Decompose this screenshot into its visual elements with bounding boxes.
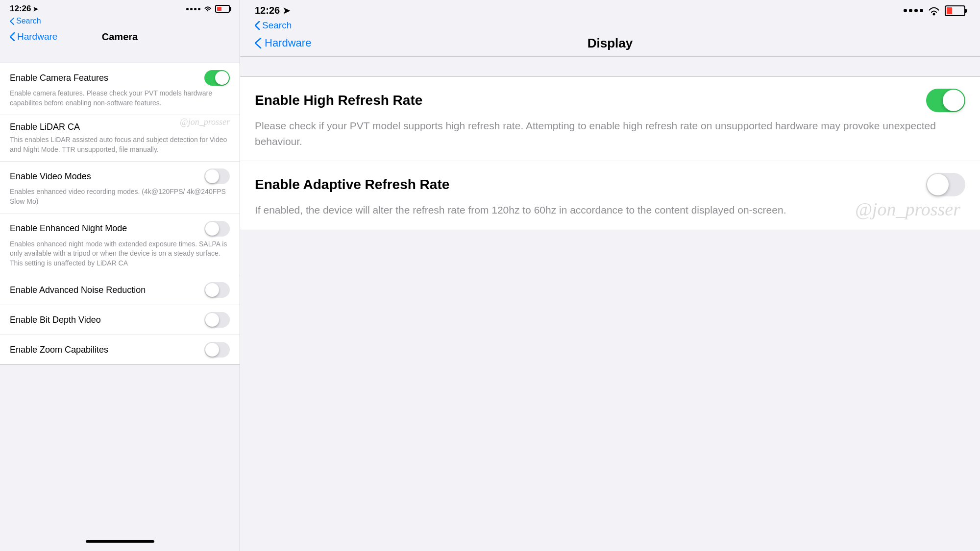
right-battery-icon bbox=[945, 5, 965, 16]
left-settings-scroll[interactable]: Enable Camera Features Enable camera fea… bbox=[0, 47, 240, 535]
right-hardware-back[interactable]: Hardware bbox=[255, 37, 311, 49]
toggle-enable-adaptive-refresh-rate[interactable] bbox=[926, 173, 965, 196]
setting-desc-enable-high-refresh-rate: Please check if your PVT model supports … bbox=[255, 118, 965, 149]
right-nav-chevron-left-icon bbox=[255, 38, 262, 48]
setting-desc-enable-enhanced-night-mode: Enables enhanced night mode with extende… bbox=[10, 240, 230, 268]
right-bottom-separator bbox=[240, 230, 980, 250]
right-time-text: 12:26 bbox=[255, 5, 280, 16]
right-status-icons bbox=[904, 5, 965, 16]
setting-row-enable-enhanced-night-mode: Enable Enhanced Night Mode Enables enhan… bbox=[0, 214, 240, 276]
setting-label-enable-video-modes: Enable Video Modes bbox=[10, 171, 91, 182]
left-settings-group: Enable Camera Features Enable camera fea… bbox=[0, 63, 240, 365]
setting-desc-enable-camera-features: Enable camera features. Please check you… bbox=[10, 89, 230, 108]
toggle-enable-video-modes[interactable] bbox=[204, 168, 230, 184]
toggle-enable-zoom-capabilities[interactable] bbox=[204, 342, 230, 358]
right-nav-back-label: Hardware bbox=[265, 37, 311, 49]
left-back-label: Search bbox=[16, 17, 41, 25]
home-bar bbox=[86, 540, 154, 543]
right-settings-group: Enable High Refresh Rate Please check if… bbox=[240, 76, 980, 230]
right-page-title: Display bbox=[588, 36, 633, 51]
toggle-enable-camera-features[interactable] bbox=[204, 70, 230, 86]
right-chevron-left-icon bbox=[255, 21, 260, 30]
wifi-icon bbox=[203, 5, 212, 12]
battery-icon bbox=[215, 5, 230, 13]
setting-row-enable-adaptive-refresh-rate: Enable Adaptive Refresh Rate If enabled,… bbox=[240, 161, 980, 230]
bottom-separator bbox=[0, 365, 240, 381]
right-signal-dots-icon bbox=[904, 9, 923, 12]
setting-desc-enable-adaptive-refresh-rate: If enabled, the device will alter the re… bbox=[255, 202, 965, 218]
left-hardware-back[interactable]: Hardware bbox=[10, 31, 57, 42]
setting-row-enable-lidar-ca: Enable LiDAR CA @jon_prosser This enable… bbox=[0, 115, 240, 162]
right-status-bar: 12:26 ➤ bbox=[240, 0, 980, 19]
setting-row-enable-zoom-capabilities: Enable Zoom Capabilites bbox=[0, 335, 240, 364]
left-time-text: 12:26 bbox=[10, 4, 31, 14]
right-back-label: Search bbox=[262, 20, 292, 31]
setting-label-enable-camera-features: Enable Camera Features bbox=[10, 73, 108, 83]
setting-row-enable-video-modes: Enable Video Modes Enables enhanced vide… bbox=[0, 162, 240, 214]
right-back-bar: Search bbox=[240, 19, 980, 34]
setting-desc-enable-lidar-ca: This enables LiDAR assisted auto focus a… bbox=[10, 135, 230, 154]
left-time: 12:26 ➤ bbox=[10, 4, 38, 14]
right-search-back[interactable]: Search bbox=[255, 20, 965, 31]
setting-label-enable-bit-depth-video: Enable Bit Depth Video bbox=[10, 315, 101, 325]
home-indicator bbox=[0, 535, 240, 551]
svg-point-0 bbox=[933, 13, 935, 15]
setting-row-enable-advanced-noise-reduction: Enable Advanced Noise Reduction bbox=[0, 275, 240, 305]
left-search-back[interactable]: Search bbox=[10, 17, 230, 25]
left-nav-bar: Hardware Camera bbox=[0, 28, 240, 47]
setting-label-enable-lidar-ca: Enable LiDAR CA bbox=[10, 122, 80, 132]
setting-label-enable-adaptive-refresh-rate: Enable Adaptive Refresh Rate bbox=[255, 177, 449, 192]
left-panel: 12:26 ➤ Search bbox=[0, 0, 240, 551]
right-top-separator bbox=[240, 57, 980, 76]
toggle-enable-advanced-noise-reduction[interactable] bbox=[204, 282, 230, 298]
toggle-enable-enhanced-night-mode[interactable] bbox=[204, 221, 230, 237]
setting-label-enable-zoom-capabilities: Enable Zoom Capabilites bbox=[10, 345, 108, 355]
signal-dots-icon bbox=[186, 8, 200, 10]
right-wifi-icon bbox=[927, 6, 941, 16]
chevron-left-icon bbox=[10, 18, 14, 25]
right-time: 12:26 ➤ bbox=[255, 5, 290, 16]
top-separator bbox=[0, 47, 240, 63]
right-settings-scroll[interactable]: Enable High Refresh Rate Please check if… bbox=[240, 57, 980, 551]
toggle-enable-bit-depth-video[interactable] bbox=[204, 312, 230, 328]
setting-desc-enable-video-modes: Enables enhanced video recording modes. … bbox=[10, 187, 230, 206]
setting-label-enable-enhanced-night-mode: Enable Enhanced Night Mode bbox=[10, 223, 127, 234]
watermark-lidar: @jon_prosser bbox=[180, 117, 230, 127]
left-back-bar: Search bbox=[0, 16, 240, 28]
setting-row-enable-high-refresh-rate: Enable High Refresh Rate Please check if… bbox=[240, 77, 980, 161]
right-nav-bar: Hardware Display bbox=[240, 34, 980, 57]
toggle-enable-high-refresh-rate[interactable] bbox=[926, 89, 965, 112]
left-status-bar: 12:26 ➤ bbox=[0, 0, 240, 16]
right-location-icon: ➤ bbox=[283, 5, 290, 16]
location-icon: ➤ bbox=[33, 5, 38, 13]
setting-label-enable-advanced-noise-reduction: Enable Advanced Noise Reduction bbox=[10, 285, 146, 295]
setting-row-enable-bit-depth-video: Enable Bit Depth Video bbox=[0, 305, 240, 335]
setting-row-enable-camera-features: Enable Camera Features Enable camera fea… bbox=[0, 63, 240, 115]
setting-label-enable-high-refresh-rate: Enable High Refresh Rate bbox=[255, 93, 422, 108]
left-page-title: Camera bbox=[102, 31, 138, 43]
right-panel: 12:26 ➤ Search bbox=[240, 0, 980, 551]
left-status-icons bbox=[186, 5, 230, 13]
left-nav-back-label: Hardware bbox=[17, 31, 57, 42]
nav-chevron-left-icon bbox=[10, 32, 15, 41]
